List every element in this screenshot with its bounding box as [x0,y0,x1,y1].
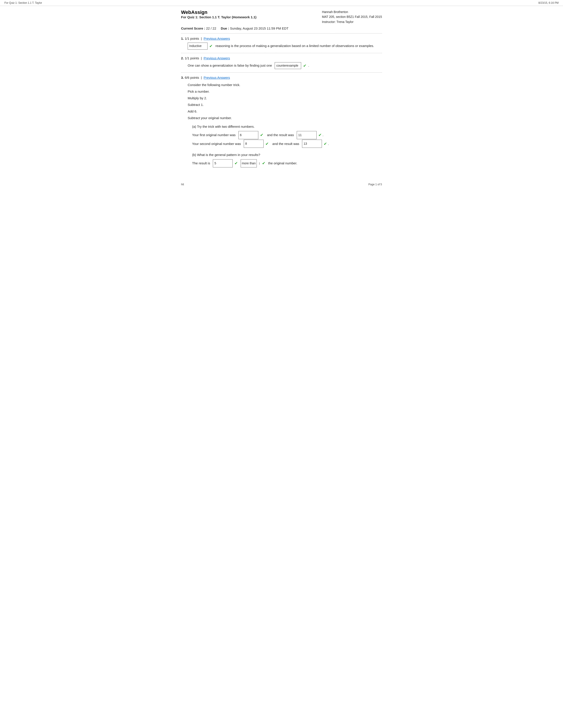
q3-step-1: Pick a number. [188,88,382,95]
q3-first-result-check: ✔ [319,133,322,137]
due-value: Sunday, August 23 2015 11:59 PM EDT [230,26,289,30]
q3-dropdown[interactable]: more than [241,159,257,167]
q3-points: 6/6 points [185,76,199,79]
student-name: Hannah Brotherton [322,9,382,14]
q1-number: 1. [181,37,184,40]
q2-checkmark: ✔ [303,64,307,68]
q2-body: One can show a generalization is false b… [181,62,382,69]
q3-pattern-row: The result is 5 ✔ more than ↕ ✔ the orig… [192,159,382,168]
q3-intro: Consider the following number trick. Pic… [188,82,382,121]
q3-first-row: Your first original number was 6 ✔ and t… [192,131,382,140]
q3-second-number-prefix: Your second original number was [192,142,241,145]
question-2: 2. 1/1 points | Previous Answers One can… [181,56,382,69]
q3-result-input[interactable]: 5 [213,159,233,167]
q3-first-number-prefix: Your first original number was [192,133,235,137]
q3-second-result-input[interactable]: 13 [302,140,322,148]
divider-3 [181,72,382,73]
question-3: 3. 6/6 points | Previous Answers Conside… [181,76,382,168]
q3-second-result-check: ✔ [324,142,327,146]
due-label: Due : [221,26,229,30]
header-section: WebAssign For Quiz 1: Section 1.1 T. Tay… [181,9,382,24]
q2-period: . [308,64,309,67]
q3-part-b-label: (b) What is the general pattern in your … [192,152,382,158]
q3-intro-text: Consider the following number trick. [188,82,382,88]
q3-dropdown-check: ✔ [262,161,265,165]
q3-number: 3. [181,76,184,79]
score-line: Current Score : 22 / 22 Due : Sunday, Au… [181,26,382,30]
header-left: WebAssign For Quiz 1: Section 1.1 T. Tay… [181,9,256,24]
q2-answer-input[interactable]: counterexample [274,62,301,69]
q1-checkmark: ✔ [209,44,212,48]
q3-body: Consider the following number trick. Pic… [181,82,382,168]
q3-first-result-prefix: and the result was [267,133,294,137]
q3-part-a: (a) Try the trick with two different num… [188,124,382,148]
q3-prev-answers[interactable]: Previous Answers [203,76,230,79]
q3-result-prefix: The result is [192,161,210,165]
q3-step-4: Add 6. [188,108,382,115]
q3-step-5: Subtract your original number. [188,115,382,121]
current-score-label: Current Score : [181,26,205,30]
q2-prev-answers[interactable]: Previous Answers [203,56,230,60]
footer: htt Page 1 of 5 [181,181,382,186]
q2-number: 2. [181,56,184,60]
q3-first-period: . [323,133,324,137]
q1-answer-input[interactable]: Inductive [188,43,207,49]
q3-step-2: Multiply by 2. [188,95,382,101]
q3-first-result-input[interactable]: 11 [297,131,317,139]
q3-result-suffix: the original number. [268,161,297,165]
question-1-header: 1. 1/1 points | Previous Answers [181,37,382,40]
q3-first-number-check: ✔ [260,133,263,137]
q2-points: 1/1 points [185,56,199,60]
q1-prev-answers[interactable]: Previous Answers [203,37,230,40]
current-score-value: 22 / 22 [206,26,216,30]
footer-right: Page 1 of 5 [369,183,382,186]
q3-second-result-prefix: and the result was [272,142,300,145]
q1-body: Inductive ✔ reasoning is the process of … [181,43,382,50]
divider-1 [181,33,382,34]
q3-second-number-input[interactable]: 8 [244,140,263,148]
q1-points: 1/1 points [185,37,199,40]
q3-second-row: Your second original number was 8 ✔ and … [192,140,382,148]
q1-body-text: reasoning is the process of making a gen… [215,44,374,48]
site-name: WebAssign [181,9,256,15]
quiz-title: For Quiz 1: Section 1.1 T. Taylor (Homew… [181,15,256,19]
q3-step-3: Subtract 1. [188,101,382,108]
question-1: 1. 1/1 points | Previous Answers Inducti… [181,37,382,50]
q3-part-a-label: (a) Try the trick with two different num… [192,124,382,129]
q3-second-period: . [328,142,329,145]
q3-result-check: ✔ [234,161,238,165]
question-2-header: 2. 1/1 points | Previous Answers [181,56,382,60]
footer-left: htt [181,183,184,186]
course-info: MAT 205, section B5Z1 Fall 2015, Fall 20… [322,14,382,19]
topbar-right: 8/23/15, 6:16 PM [539,1,559,4]
q3-first-number-input[interactable]: 6 [238,131,258,139]
q3-second-number-check: ✔ [265,142,269,146]
q2-body-prefix: One can show a generalization is false b… [188,64,272,67]
instructor-info: Instructor: Trena Taylor [322,19,382,24]
question-3-header: 3. 6/6 points | Previous Answers [181,76,382,79]
topbar-left: For Quiz 1: Section 1.1 T. Taylor [4,1,42,4]
header-right: Hannah Brotherton MAT 205, section B5Z1 … [322,9,382,24]
q3-part-b: (b) What is the general pattern in your … [188,152,382,168]
